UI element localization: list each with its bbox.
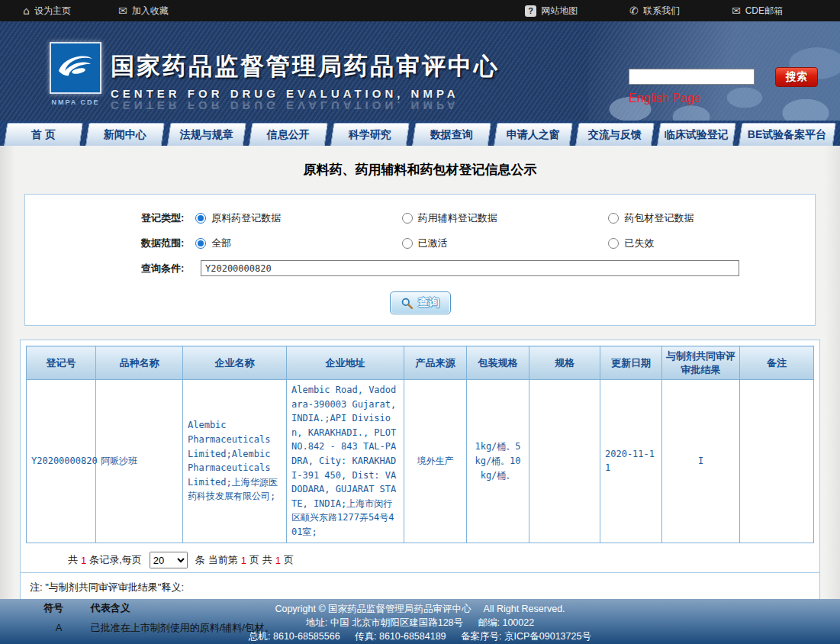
- logo-caption: NMPA CDE: [46, 98, 105, 106]
- site-title: 国家药品监督管理局药品审评中心: [111, 50, 500, 82]
- tab-feedback-label: 交流与反馈: [588, 128, 642, 142]
- cell-package-spec: 1kg/桶。5 kg/桶。10 kg/桶。: [467, 380, 529, 543]
- set-homepage-label: 设为主页: [34, 5, 71, 18]
- pagination-unit-label: 条: [195, 553, 205, 567]
- cell-reg-no: Y20200000820: [27, 380, 96, 543]
- site-header: NMPA CDE 国家药品监督管理局药品审评中心 CENTER FOR DRUG…: [0, 21, 840, 121]
- tab-data-query[interactable]: 数据查询: [412, 123, 491, 146]
- main-navigation: 首 页 新闻中心 法规与规章 信息公开 科学研究 数据查询 申请人之窗 交流与反…: [0, 121, 840, 146]
- query-form: 登记类型: 原料药登记数据 药用辅料登记数据 药包材登记数据 数据范围: 全部: [24, 194, 816, 326]
- radio-scope-active-label: 已激活: [418, 237, 448, 250]
- col-header-package-spec: 包装规格: [467, 346, 529, 380]
- radio-api-data[interactable]: 原料药登记数据: [195, 211, 402, 225]
- tab-be-platform[interactable]: BE试验备案平台: [738, 123, 836, 146]
- cde-mailbox-label: CDE邮箱: [745, 5, 783, 18]
- cell-spec: [529, 380, 600, 543]
- pagination-pages-label: 页: [284, 553, 294, 567]
- set-homepage-link[interactable]: ⌂ 设为主页: [23, 5, 71, 18]
- radio-packaging-label: 药包材登记数据: [624, 211, 694, 225]
- tab-science-label: 科学研究: [349, 128, 391, 142]
- page-title: 原料药、药用辅料和药包材登记信息公示: [0, 161, 840, 179]
- tab-info-disclosure-label: 信息公开: [267, 128, 310, 142]
- page-size-select[interactable]: 20: [150, 552, 188, 568]
- pagination-per-page-label: 条记录,每页: [89, 553, 142, 567]
- tab-be-platform-label: BE试验备案平台: [748, 128, 826, 142]
- tab-regulations-label: 法规与规章: [180, 128, 233, 142]
- col-header-review-result: 与制剂共同审评审批结果: [662, 346, 740, 380]
- tab-news[interactable]: 新闻中心: [85, 123, 165, 146]
- contact-link[interactable]: ✆ 联系我们: [629, 5, 680, 18]
- english-page-link[interactable]: English Page: [629, 92, 700, 105]
- site-subtitle: CENTER FOR DRUG EVALUATION, NMPA: [111, 87, 500, 100]
- tab-clinical-trial-label: 临床试验登记: [665, 128, 729, 142]
- radio-api-label: 原料药登记数据: [211, 211, 281, 225]
- site-subtitle-reflection: CENTER FOR DRUG EVALUATION, NMPA: [111, 101, 500, 112]
- sitemap-link[interactable]: ? 网站地图: [525, 5, 578, 18]
- sitemap-label: 网站地图: [541, 5, 578, 18]
- radio-scope-active-icon[interactable]: [402, 238, 413, 249]
- table-header-row: 登记号 品种名称 企业名称 企业地址 产品来源 包装规格 规格 更新日期 与制剂…: [27, 346, 814, 380]
- col-header-spec: 规格: [529, 346, 600, 380]
- tab-regulations[interactable]: 法规与规章: [167, 123, 246, 146]
- col-header-company-address: 企业地址: [287, 346, 404, 380]
- radio-scope-active[interactable]: 已激活: [402, 237, 609, 250]
- home-icon: ⌂: [23, 5, 30, 16]
- tab-feedback[interactable]: 交流与反馈: [575, 123, 655, 146]
- add-favorite-label: 加入收藏: [132, 5, 169, 18]
- cde-mailbox-link[interactable]: ✉ CDE邮箱: [732, 5, 783, 18]
- nmpa-cde-logo-icon: [50, 42, 101, 94]
- pagination-of-label: 页 共: [249, 553, 272, 567]
- radio-scope-expired[interactable]: 已失效: [608, 237, 815, 250]
- site-search-button[interactable]: 搜索: [775, 67, 818, 87]
- phone-icon: ✆: [629, 5, 639, 16]
- tab-news-label: 新闻中心: [104, 128, 146, 142]
- cell-review-result: I: [662, 380, 740, 543]
- contact-label: 联系我们: [643, 5, 680, 18]
- scope-label: 数据范围:: [141, 237, 195, 250]
- col-header-remark: 备注: [740, 346, 814, 380]
- site-logo[interactable]: NMPA CDE: [46, 42, 105, 106]
- radio-excipient-data[interactable]: 药用辅料登记数据: [402, 211, 609, 225]
- cell-product-name: 阿哌沙班: [96, 380, 183, 543]
- tab-science[interactable]: 科学研究: [330, 123, 410, 146]
- cell-company-name: Alembic Pharmaceuticals Limited;Alembic …: [183, 380, 287, 543]
- radio-scope-all[interactable]: 全部: [195, 237, 402, 250]
- col-header-product-name: 品种名称: [96, 346, 183, 380]
- col-header-reg-no: 登记号: [27, 346, 96, 380]
- legend-meaning-a: 已批准在上市制剂使用的原料/辅料/包材。: [91, 621, 275, 635]
- pagination-prefix: 共: [68, 553, 78, 567]
- pagination-current-page: 1: [241, 555, 246, 566]
- radio-scope-expired-icon[interactable]: [608, 238, 619, 249]
- pagination-total-pages: 1: [275, 555, 281, 566]
- legend-header-meaning: 代表含义: [91, 601, 130, 615]
- col-header-company-name: 企业名称: [183, 346, 287, 380]
- radio-packaging-data[interactable]: 药包材登记数据: [608, 211, 815, 225]
- col-header-update-date: 更新日期: [600, 346, 662, 380]
- tab-clinical-trial[interactable]: 临床试验登记: [657, 123, 736, 146]
- main-content: 原料药、药用辅料和药包材登记信息公示 登记类型: 原料药登记数据 药用辅料登记数…: [0, 146, 840, 599]
- logo-swoosh-icon: [56, 51, 95, 85]
- radio-excipient-icon[interactable]: [402, 213, 413, 224]
- query-condition-input[interactable]: [201, 260, 739, 276]
- radio-scope-expired-label: 已失效: [624, 237, 654, 250]
- mailbox-icon: ✉: [732, 5, 741, 16]
- radio-scope-all-icon[interactable]: [195, 238, 206, 249]
- table-row: Y20200000820 阿哌沙班 Alembic Pharmaceutical…: [27, 380, 814, 543]
- query-submit-button[interactable]: 查询: [390, 291, 451, 314]
- envelope-icon: ✉: [118, 5, 127, 16]
- tab-home[interactable]: 首 页: [4, 123, 83, 146]
- radio-packaging-icon[interactable]: [608, 213, 619, 224]
- add-favorite-link[interactable]: ✉ 加入收藏: [118, 5, 169, 18]
- tab-info-disclosure[interactable]: 信息公开: [249, 123, 328, 146]
- legend-symbol-a: A: [43, 622, 74, 633]
- radio-api-icon[interactable]: [195, 213, 206, 224]
- cell-update-date: 2020-11-11: [600, 380, 662, 543]
- legend-title: 注: "与制剂共同审评审批结果"释义:: [28, 578, 812, 599]
- pagination-current-label: 当前第: [208, 553, 238, 567]
- col-header-source: 产品来源: [404, 346, 467, 380]
- tab-data-query-label: 数据查询: [430, 128, 473, 142]
- legend-header-symbol: 符号: [43, 601, 74, 615]
- tab-applicant-window[interactable]: 申请人之窗: [494, 123, 573, 146]
- tab-home-label: 首 页: [31, 128, 56, 142]
- site-search-input[interactable]: [629, 69, 755, 85]
